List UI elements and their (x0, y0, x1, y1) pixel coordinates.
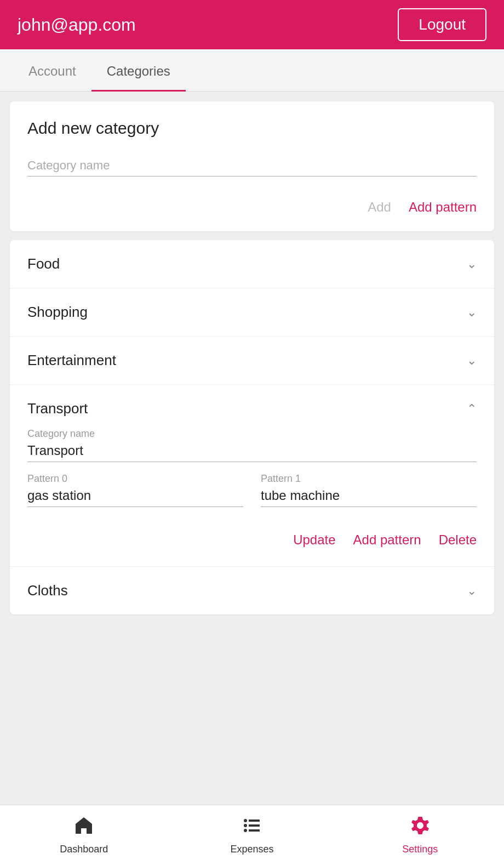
main-content: Add new category Add Add pattern Food ⌄ … (0, 92, 504, 689)
category-row-shopping[interactable]: Shopping ⌄ (10, 288, 494, 337)
svg-point-0 (244, 819, 247, 822)
category-name-input[interactable] (27, 155, 477, 177)
category-name-shopping: Shopping (27, 304, 88, 321)
gear-icon (410, 816, 430, 840)
add-category-title: Add new category (27, 119, 477, 138)
add-category-actions: Add Add pattern (27, 196, 477, 218)
svg-point-2 (244, 824, 247, 827)
category-row-entertainment[interactable]: Entertainment ⌄ (10, 337, 494, 385)
transport-patterns-row: Pattern 0 Pattern 1 (27, 473, 477, 518)
chevron-down-icon-entertainment: ⌄ (467, 354, 477, 368)
transport-delete-button[interactable]: Delete (439, 529, 477, 551)
bottom-nav: Dashboard Expenses Settings (0, 805, 504, 865)
nav-label-dashboard: Dashboard (60, 844, 108, 855)
category-row-food[interactable]: Food ⌄ (10, 240, 494, 288)
add-pattern-button[interactable]: Add pattern (409, 196, 477, 218)
transport-add-pattern-button[interactable]: Add pattern (353, 529, 421, 551)
tab-categories[interactable]: Categories (91, 49, 186, 92)
transport-category-name-label: Category name (27, 428, 95, 439)
transport-pattern1-input[interactable] (261, 485, 477, 507)
tabs: Account Categories (0, 49, 504, 92)
category-name-cloths: Cloths (27, 582, 68, 599)
home-icon (74, 816, 94, 840)
chevron-down-icon-food: ⌄ (467, 257, 477, 271)
transport-expanded-body: Category name Pattern 0 Pattern 1 Update (10, 428, 494, 566)
logout-button[interactable]: Logout (398, 8, 486, 41)
category-expanded-transport: Transport ⌃ Category name Pattern 0 Patt… (10, 385, 494, 567)
transport-actions: Update Add pattern Delete (27, 529, 477, 551)
chevron-up-icon-transport: ⌃ (467, 402, 477, 416)
transport-pattern1-label: Pattern 1 (261, 473, 301, 484)
transport-pattern0-input[interactable] (27, 485, 243, 507)
svg-point-4 (244, 829, 247, 832)
category-name-entertainment: Entertainment (27, 352, 116, 369)
transport-update-button[interactable]: Update (293, 529, 335, 551)
category-name-food: Food (27, 255, 60, 272)
categories-card: Food ⌄ Shopping ⌄ Entertainment ⌄ Transp… (10, 240, 494, 614)
chevron-down-icon-shopping: ⌄ (467, 305, 477, 320)
transport-category-name-input[interactable] (27, 440, 477, 462)
svg-rect-5 (249, 829, 260, 832)
category-row-cloths[interactable]: Cloths ⌄ (10, 567, 494, 614)
add-button[interactable]: Add (368, 196, 391, 218)
nav-label-settings: Settings (402, 844, 438, 855)
transport-pattern0-label: Pattern 0 (27, 473, 67, 484)
nav-item-dashboard[interactable]: Dashboard (0, 816, 168, 855)
category-name-transport: Transport (27, 400, 88, 417)
nav-item-settings[interactable]: Settings (336, 816, 504, 855)
transport-pattern1-group: Pattern 1 (261, 473, 477, 507)
add-category-card: Add new category Add Add pattern (10, 101, 494, 231)
svg-rect-3 (249, 824, 260, 827)
nav-label-expenses: Expenses (230, 844, 273, 855)
nav-item-expenses[interactable]: Expenses (168, 816, 336, 855)
transport-category-name-group: Category name (27, 428, 477, 462)
header: john@app.com Logout (0, 0, 504, 49)
header-email: john@app.com (18, 15, 136, 35)
chevron-down-icon-cloths: ⌄ (467, 584, 477, 598)
list-icon (242, 816, 262, 840)
category-header-transport[interactable]: Transport ⌃ (10, 385, 494, 428)
svg-rect-1 (249, 820, 260, 822)
transport-pattern0-group: Pattern 0 (27, 473, 243, 507)
tab-account[interactable]: Account (13, 49, 91, 92)
